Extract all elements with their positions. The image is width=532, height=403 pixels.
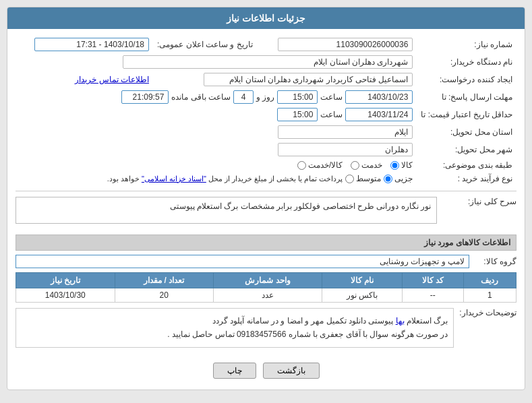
ostan-input: ایلام [278,125,413,139]
hadat-saat-label: ساعت [320,110,343,119]
radio-kala[interactable]: کالا [390,160,413,170]
radio-kala-label: کالا [401,160,413,170]
ijad-konande-input: اسماعیل فتاحی کاربردار شهرداری دهلران اس… [204,73,413,86]
type-label: نوع فرآیند خرید : [417,172,516,185]
kala-section-title: اطلاعات کالاهای مورد نیاز [16,235,516,251]
hadat-saat-input: 15:00 [277,108,318,121]
radio-kala-khedmat-label: کالا/خدمت [308,160,343,170]
payment-note: پرداخت تمام یا بخشی از مبلغ خریدار از مح… [107,175,343,183]
shomara-niaz-input: 1103090026000036 [278,38,413,51]
col-tarikh: تاریخ نیاز [16,273,115,288]
card-body: شماره نیاز: 1103090026000036 تاریخ و ساع… [7,29,525,390]
tarikh-value: 1403/10/18 - 17:31 [16,36,153,53]
footer-line2: در صورت هرگونه سوال با آقای جعفری با شما… [22,328,448,341]
footer-line1-after: پیوستی دانلود تکمیل مهر و امضا و در ساما… [212,316,393,326]
page-wrapper: جزئیات اطلاعات نیاز شماره نیاز: 11030900… [0,0,532,403]
card-header: جزئیات اطلاعات نیاز [7,7,525,29]
footer-label: توضیحات خریدار: [459,308,516,317]
radio-khedmat-input[interactable] [351,161,359,170]
back-button[interactable]: بازگشت [263,363,320,379]
type-options: جزیی متوسط پرداخت تمام یا بخشی از مبلغ خ… [16,172,417,185]
hadat-row: 1403/11/24 ساعت 15:00 [16,106,417,123]
col-name: نام کالا [322,273,402,288]
ettelaat-link-cell: اطلاعات تماس خریدار [16,71,153,88]
asnah-link[interactable]: "اسناد خزانه اسلامی" [142,175,206,183]
col-tedad: تعداد / مقدار [115,273,213,288]
shahr-input: دهلران [278,143,413,156]
radio-kala-khedmat-input[interactable] [297,161,306,170]
radio-motavaset-label: متوسط [356,174,381,183]
footer-line1-before: برگ استعلام [407,316,448,326]
ijad-konande-value: اسماعیل فتاحی کاربردار شهرداری دهلران اس… [153,71,417,88]
sarj-text: نور نگاره دورانی طرح اختصاصی فولکلور برا… [16,197,437,224]
ostan-value: ایلام [16,123,417,141]
btn-row: بازگشت چاپ [16,359,516,383]
footer-row: توضیحات خریدار: برگ استعلام بها پیوستی د… [16,308,516,353]
footer-line1: برگ استعلام بها پیوستی دانلود تکمیل مهر … [22,314,448,328]
col-vahed: واحد شمارش [213,273,322,288]
ettelaat-tamas-link[interactable]: اطلاعات تماس خریدار [75,75,149,84]
hadat-label: حداقل تاریخ اعتبار قیمت: تا [417,106,516,123]
info-table: شماره نیاز: 1103090026000036 تاریخ و ساع… [16,36,516,185]
divider-1 [16,191,516,191]
mohlat-saat-input: 15:00 [277,90,318,104]
hadat-date-input: 1403/11/24 [345,108,413,121]
tarikh-label: تاریخ و ساعت اعلان عمومی: [153,36,257,53]
mohlat-row: 1403/10/23 ساعت 15:00 روز و 4 ساعت باقی … [16,88,417,106]
cell-radif: 1 [463,288,516,303]
footer-note-box: برگ استعلام بها پیوستی دانلود تکمیل مهر … [16,308,454,348]
nam-dastgah-label: نام دستگاه خریدار: [417,53,516,71]
cell-tedad: 20 [115,288,213,303]
radio-motavaset[interactable]: متوسط [345,174,381,183]
mohlat-date-input: 1403/10/23 [345,90,413,104]
mohlat-saat-label: ساعت [320,92,343,102]
tabaqe-label: طبقه بندی موضوعی: [417,158,516,172]
ijad-konande-label: ایجاد کننده درخواست: [417,71,516,88]
group-label: گروه کالا: [469,257,516,266]
nam-dastgah-value: شهرداری دهلران استان ایلام [16,53,417,71]
shomara-niaz-value: 1103090026000036 [257,36,417,53]
sarj-label: سرح کلی نیاز: [442,197,516,206]
mohlat-remaining-label: ساعت باقی مانده [171,92,231,102]
mohlat-roz-label: روز و [256,92,274,102]
cell-vahed: عدد [213,288,322,303]
table-row: 1 -- باکس نور عدد 20 1403/10/30 [16,288,516,303]
cell-kod: -- [402,288,463,303]
group-value: لامپ و تجهیزات روشنایی [16,255,469,268]
page-title: جزئیات اطلاعات نیاز [227,13,305,24]
radio-khedmat[interactable]: خدمت [351,160,382,170]
radio-kala-khedmat[interactable]: کالا/خدمت [297,160,343,170]
radio-motavaset-input[interactable] [345,175,354,183]
radio-kala-input[interactable] [390,161,399,170]
shomara-niaz-label: شماره نیاز: [417,36,516,53]
radio-jozyi-label: جزیی [394,174,413,183]
tarikh-input: 1403/10/18 - 17:31 [34,38,149,51]
shahr-label: شهر محل تحویل: [417,141,516,158]
cell-name: باکس نور [322,288,402,303]
ostan-label: استان محل تحویل: [417,123,516,141]
mohlat-remaining-input: 21:09:57 [121,90,169,104]
group-row: گروه کالا: لامپ و تجهیزات روشنایی [16,255,516,268]
radio-jozyi-input[interactable] [384,175,392,183]
col-kod: کد کالا [402,273,463,288]
print-button[interactable]: چاپ [213,363,256,379]
shahr-value: دهلران [16,141,417,158]
kala-table: ردیف کد کالا نام کالا واحد شمارش تعداد /… [16,272,516,303]
mohlat-roz-input: 4 [233,90,254,104]
footer-baha-link[interactable]: بها [396,316,405,326]
col-radif: ردیف [463,273,516,288]
mohlat-label: مهلت ارسال پاسخ: تا [417,88,516,106]
sarj-row: سرح کلی نیاز: نور نگاره دورانی طرح اختصا… [16,197,516,229]
tabaqe-options: کالا خدمت کالا/خدمت [16,158,417,172]
nam-dastgah-input: شهرداری دهلران استان ایلام [123,55,413,69]
radio-jozyi[interactable]: جزیی [384,174,413,183]
radio-khedmat-label: خدمت [361,160,382,170]
cell-tarikh: 1403/10/30 [16,288,115,303]
main-card: جزئیات اطلاعات نیاز شماره نیاز: 11030900… [7,7,525,390]
